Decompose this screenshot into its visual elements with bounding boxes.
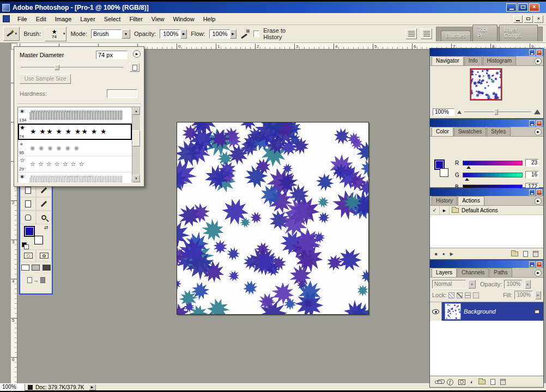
brush-list-scrollbar[interactable]: ▲ ▼ (132, 107, 140, 182)
brushes-palette-button[interactable] (421, 28, 432, 39)
background-swatch[interactable] (440, 168, 448, 177)
standard-screen-button[interactable] (21, 265, 29, 271)
close-button[interactable]: × (529, 3, 539, 11)
hand-tool[interactable] (20, 211, 36, 224)
panel-menu-button[interactable]: ▶ (535, 198, 542, 205)
panel-close-button[interactable]: × (536, 50, 542, 56)
menu-filter[interactable]: Filter (125, 14, 147, 24)
slider-thumb[interactable] (54, 65, 59, 70)
panel-menu-button[interactable]: ▶ (535, 58, 542, 65)
opacity-value[interactable]: 100% (160, 29, 180, 39)
green-slider[interactable] (463, 173, 523, 177)
zoom-slider-thumb[interactable] (494, 109, 498, 115)
status-zoom-field[interactable]: 100% (0, 384, 25, 391)
menu-window[interactable]: Window (169, 14, 199, 24)
layer-fill-field[interactable]: 100% (514, 291, 533, 299)
well-tab-layer-comps[interactable]: Layer Comps (499, 24, 538, 41)
tab-swatches[interactable]: Swatches (454, 127, 486, 136)
tab-color[interactable]: Color (432, 127, 453, 136)
play-icon[interactable]: ▶ (450, 252, 453, 256)
panel-minimize-button[interactable] (529, 120, 535, 126)
brush-preset-row[interactable]: ☆ 29 ☆ ☆ ☆ ☆ ☆ ☆ ☆ (18, 156, 132, 173)
flow-slider-arrow-icon[interactable]: ▶ (230, 29, 236, 39)
doc-close-button[interactable]: × (534, 15, 543, 23)
brush-tool-button[interactable]: ▾ (3, 27, 20, 41)
menu-help[interactable]: Help (199, 14, 220, 24)
link-layers-icon[interactable] (435, 381, 442, 384)
brush-preset-row[interactable]: ∗ 134 (18, 107, 132, 124)
panel-minimize-button[interactable] (529, 189, 535, 195)
new-action-icon[interactable] (523, 251, 528, 257)
notes-tool[interactable] (20, 197, 36, 211)
delete-icon[interactable] (533, 251, 538, 257)
tab-history[interactable]: History (432, 196, 457, 205)
restore-button[interactable] (518, 3, 528, 11)
lock-transparency-icon[interactable] (448, 292, 454, 298)
document-canvas[interactable] (177, 122, 369, 315)
file-browser-button[interactable] (405, 28, 417, 39)
foreground-swatch[interactable] (24, 226, 35, 237)
airbrush-icon[interactable] (240, 29, 250, 38)
record-icon[interactable]: ● (442, 252, 445, 256)
zoom-in-icon[interactable] (534, 109, 541, 114)
lock-position-icon[interactable] (465, 292, 471, 298)
zoom-out-icon[interactable] (457, 111, 462, 114)
delete-layer-icon[interactable] (500, 379, 506, 385)
tab-histogram[interactable]: Histogram (483, 56, 517, 65)
adjustment-layer-icon[interactable]: ◐ (470, 379, 474, 385)
brush-preset-row[interactable]: ● 95 ● ● ● ● ● ● (18, 140, 132, 156)
scrollbar-thumb[interactable] (132, 130, 140, 146)
eyedropper-tool[interactable] (36, 197, 52, 211)
fullscreen-menubar-button[interactable] (32, 265, 40, 271)
panel-close-button[interactable]: × (536, 120, 542, 126)
swap-colors-icon[interactable]: ⇄ (44, 225, 48, 230)
minimize-button[interactable] (506, 3, 517, 11)
stop-icon[interactable]: ■ (435, 252, 438, 256)
navigator-zoom-field[interactable]: 100% (433, 108, 454, 116)
popup-menu-button[interactable]: ▶ (133, 50, 141, 58)
opacity-slider-arrow-icon[interactable]: ▶ (180, 29, 187, 39)
expand-arrow-icon[interactable]: ▶ (440, 206, 450, 215)
toggle-item-check-icon[interactable]: ✓ (430, 206, 440, 215)
panel-menu-button[interactable]: ▶ (535, 128, 542, 136)
navigator-proxy-view[interactable] (470, 69, 502, 100)
well-tab-tool-presets[interactable]: Tool Pr (472, 24, 498, 41)
navigator-zoom-slider[interactable] (464, 112, 531, 113)
menu-select[interactable]: Select (100, 14, 125, 24)
fill-arrow-icon[interactable]: ▶ (535, 291, 541, 299)
red-slider-thumb[interactable] (466, 166, 471, 169)
menu-image[interactable]: Image (51, 14, 76, 24)
panel-close-button[interactable]: × (536, 189, 542, 195)
action-set-row[interactable]: ✓ ▶ Default Actions (430, 206, 543, 215)
new-set-icon[interactable] (511, 252, 518, 256)
panel-minimize-button[interactable] (529, 261, 535, 267)
panel-minimize-button[interactable] (529, 50, 535, 56)
flow-value[interactable]: 100% (209, 29, 230, 39)
background-swatch[interactable] (34, 236, 43, 244)
tab-styles[interactable]: Styles (487, 127, 510, 136)
brush-preset-row[interactable]: ∗ (18, 173, 132, 182)
mode-dropdown[interactable]: Brush ▼ (91, 29, 130, 39)
opacity-arrow-icon[interactable]: ▶ (525, 280, 531, 289)
layer-thumbnail[interactable] (445, 303, 461, 320)
fullscreen-button[interactable] (43, 265, 51, 271)
master-diameter-slider[interactable] (21, 65, 123, 70)
scroll-down-button[interactable]: ▼ (132, 175, 140, 182)
default-colors-icon[interactable] (22, 242, 28, 248)
menu-view[interactable]: View (147, 14, 169, 24)
mode-value[interactable]: Brush (91, 29, 122, 39)
new-layer-icon[interactable] (490, 379, 495, 385)
brush-preset-row-selected[interactable]: ★ 74 ★ ★★ ★ ★ ★★ ★ ★ (18, 124, 132, 140)
tab-actions[interactable]: Actions (458, 196, 484, 205)
panel-close-button[interactable]: × (536, 261, 542, 267)
blend-dropdown-arrow-icon[interactable]: ▼ (468, 280, 476, 289)
tab-channels[interactable]: Channels (457, 268, 489, 277)
new-brush-button[interactable] (130, 63, 139, 72)
status-menu-button[interactable]: ▶ (89, 384, 96, 390)
layer-row-background[interactable]: Background (430, 302, 543, 321)
red-value-field[interactable]: 23 (525, 159, 539, 167)
mode-dropdown-arrow-icon[interactable]: ▼ (122, 29, 130, 39)
menu-file[interactable]: File (13, 14, 32, 24)
master-diameter-field[interactable]: 74 px (96, 51, 128, 59)
quickmask-mode-button[interactable] (36, 249, 52, 262)
